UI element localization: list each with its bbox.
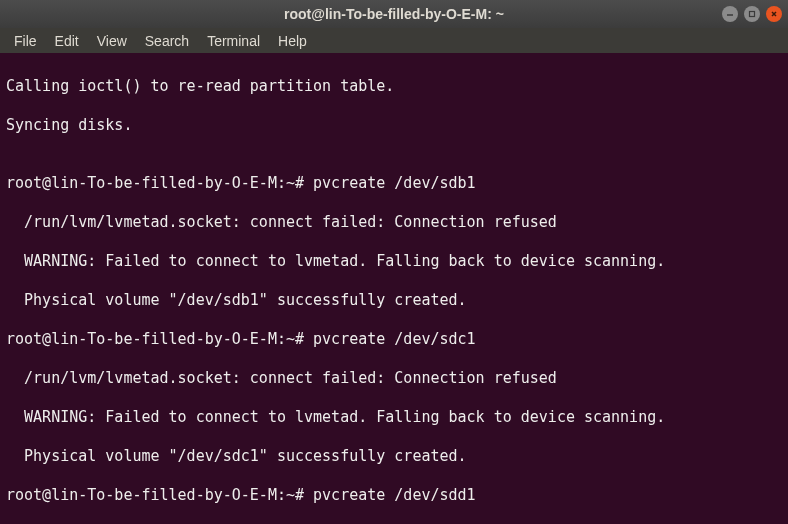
command-line: root@lin-To-be-filled-by-O-E-M:~# pvcrea…	[6, 486, 782, 506]
output-line: /run/lvm/lvmetad.socket: connect failed:…	[6, 213, 782, 233]
menu-help[interactable]: Help	[270, 30, 315, 52]
command-line: root@lin-To-be-filled-by-O-E-M:~# pvcrea…	[6, 174, 782, 194]
prompt-text: root@lin-To-be-filled-by-O-E-M:~#	[6, 486, 304, 504]
output-line: WARNING: Failed to connect to lvmetad. F…	[6, 408, 782, 428]
command-text: pvcreate /dev/sdc1	[304, 330, 476, 348]
output-line: Physical volume "/dev/sdc1" successfully…	[6, 447, 782, 467]
command-text: pvcreate /dev/sdb1	[304, 174, 476, 192]
prompt-text: root@lin-To-be-filled-by-O-E-M:~#	[6, 330, 304, 348]
window-controls	[722, 6, 782, 22]
menu-search[interactable]: Search	[137, 30, 197, 52]
svg-rect-0	[750, 12, 755, 17]
minimize-icon[interactable]	[722, 6, 738, 22]
window-title: root@lin-To-be-filled-by-O-E-M: ~	[284, 6, 504, 22]
menubar: File Edit View Search Terminal Help	[0, 28, 788, 53]
maximize-icon[interactable]	[744, 6, 760, 22]
output-line: Physical volume "/dev/sdb1" successfully…	[6, 291, 782, 311]
output-line: Calling ioctl() to re-read partition tab…	[6, 77, 782, 97]
prompt-text: root@lin-To-be-filled-by-O-E-M:~#	[6, 174, 304, 192]
output-line: WARNING: Failed to connect to lvmetad. F…	[6, 252, 782, 272]
close-icon[interactable]	[766, 6, 782, 22]
output-line: /run/lvm/lvmetad.socket: connect failed:…	[6, 369, 782, 389]
menu-file[interactable]: File	[6, 30, 45, 52]
menu-terminal[interactable]: Terminal	[199, 30, 268, 52]
window-titlebar: root@lin-To-be-filled-by-O-E-M: ~	[0, 0, 788, 28]
output-line: Syncing disks.	[6, 116, 782, 136]
menu-view[interactable]: View	[89, 30, 135, 52]
terminal-output[interactable]: Calling ioctl() to re-read partition tab…	[0, 53, 788, 524]
command-text: pvcreate /dev/sdd1	[304, 486, 476, 504]
menu-edit[interactable]: Edit	[47, 30, 87, 52]
command-line: root@lin-To-be-filled-by-O-E-M:~# pvcrea…	[6, 330, 782, 350]
